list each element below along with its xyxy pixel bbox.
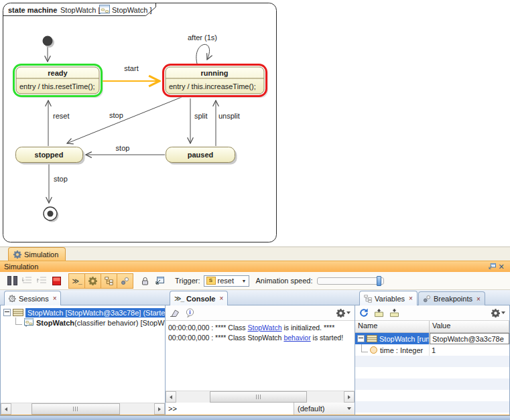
terminate-button[interactable] [49,274,64,288]
refresh-icon[interactable] [359,308,369,318]
session-child-row[interactable]: StopWatch(classifier behavior) [StopW [3,318,165,328]
variables-tree-icon [364,295,372,303]
console-input[interactable] [180,405,291,413]
trigger-label: Trigger: [175,277,200,285]
attribute-icon [370,346,377,354]
close-tab-icon[interactable]: × [409,295,413,302]
panel-titlebar: Simulation ✕ [0,261,510,272]
scroll-right-button[interactable] [154,403,165,415]
state-paused[interactable]: paused [166,147,237,165]
close-tab-icon[interactable]: × [476,295,481,303]
tab-breakpoints-label: Breakpoints [434,295,472,303]
variables-menu-button[interactable] [491,309,505,318]
state-running[interactable]: running entry / this.increaseTime(); [164,65,269,98]
variables-toolbar [355,305,509,321]
tab-variables-label: Variables [375,295,405,303]
sessions-hscrollbar[interactable] [1,403,165,415]
scrollbar-thumb[interactable] [210,391,307,403]
label-start[interactable]: start [124,64,138,72]
clear-console-icon[interactable] [170,309,180,317]
label-stop-to-final[interactable]: stop [54,175,68,183]
console-menu-button[interactable] [336,309,350,318]
tab-variables[interactable]: Variables × [359,291,418,305]
animation-speed-slider[interactable] [317,277,384,285]
tab-sessions[interactable]: Sessions × [4,291,61,305]
toggle-console-button[interactable]: ≫_ [68,273,85,289]
variables-tabs: Variables × Breakpoints × [355,290,510,305]
console-prompt-box[interactable]: >> [166,403,294,415]
close-panel-icon[interactable]: ✕ [497,263,506,271]
state-stopped-name: stopped [35,151,64,159]
expand-all-icon[interactable] [374,309,384,318]
variables-row-time[interactable]: time : Integer 1 [355,344,509,356]
label-stop-from-running[interactable]: stop [109,111,123,119]
variable-name: StopWatch [run... [379,335,430,343]
gear-icon [336,309,345,318]
classifier-behavior-icon [24,318,34,327]
console-link[interactable]: StopWatch [248,324,282,332]
tab-simulation[interactable]: Simulation [8,247,66,261]
close-tab-icon[interactable]: × [53,295,57,302]
console-context-dropdown[interactable]: (default) [294,403,355,415]
console-input-row: >> (default) [166,402,355,415]
scroll-left-button[interactable] [1,403,11,415]
slider-thumb[interactable] [377,276,381,286]
tree-collapse-icon[interactable] [3,309,11,316]
state-ready[interactable]: ready entry / this.resetTime(); [14,65,104,98]
session-child-name: StopWatch [36,319,74,327]
label-reset[interactable]: reset [53,112,69,120]
tab-console[interactable]: ≫_ Console × [170,291,228,305]
session-root-label[interactable]: StopWatch [StopWatch@3a3c78e] (Started [25,308,165,318]
state-running-name: running [201,69,229,77]
console-icon: ≫_ [72,277,81,285]
console-context-value: (default) [298,405,344,413]
variable-name: time : Integer [380,346,423,354]
variables-row-stopwatch[interactable]: StopWatch [run... StopWatch@3a3c78e [355,333,509,344]
console-hscrollbar[interactable] [166,391,355,403]
lock-button[interactable] [137,274,152,288]
open-in-diagram-button[interactable] [152,274,167,288]
trigger-dropdown[interactable]: S reset ▼ [204,275,249,287]
state-machine-diagram-canvas[interactable]: state machine StopWatch [ StopWatch ] st… [0,0,510,247]
collapse-all-icon[interactable] [389,309,399,318]
gear-icon [13,251,21,259]
tree-collapse-icon[interactable] [357,335,365,342]
breakpoints-icon [121,277,129,285]
console-icon: ≫_ [174,295,184,302]
variables-pane: Variables × Breakpoints × [355,290,510,415]
scroll-left-button[interactable] [166,391,176,403]
label-stop-from-paused[interactable]: stop [116,144,130,152]
frame-keyword: state machine [8,6,57,14]
close-tab-icon[interactable]: × [219,295,223,302]
console-link[interactable]: behavior [283,334,310,342]
panel-title: Simulation [4,263,487,271]
console-log[interactable]: 00:00:00,000 : **** Class StopWatch is i… [166,321,355,402]
frame-name-close: StopWatch ] [112,6,152,14]
object-instance-icon [367,334,377,343]
label-after-1s[interactable]: after (1s) [188,33,217,42]
variable-value[interactable]: 1 [430,344,509,356]
step-over-button-disabled[interactable] [34,274,49,288]
simulation-toolbar: ≫_ Trigger: S reset ▼ [0,272,510,290]
toggle-variables-button[interactable] [101,273,117,289]
float-panel-icon[interactable] [487,263,497,271]
scrollbar-thumb[interactable] [31,403,120,415]
tab-breakpoints[interactable]: Breakpoints × [418,291,485,305]
pause-button[interactable] [5,274,19,288]
toggle-breakpoints-button[interactable] [117,273,133,289]
state-machine-diagram-icon [100,5,110,13]
label-split[interactable]: split [194,112,208,120]
toggle-options-button[interactable] [84,273,101,289]
label-unsplit[interactable]: unsplit [218,112,240,120]
variables-tree-icon [105,277,113,285]
scroll-right-button[interactable] [344,391,355,403]
step-into-button-disabled[interactable] [19,274,34,288]
state-stopped[interactable]: stopped [16,147,85,165]
session-root-row[interactable]: StopWatch [StopWatch@3a3c78e] (Started [3,307,165,318]
tree-elbow-line [361,344,368,352]
sessions-tree: StopWatch [StopWatch@3a3c78e] (Started S… [1,305,165,415]
info-icon[interactable] [185,308,195,318]
variable-value[interactable]: StopWatch@3a3c78e [430,333,509,344]
console-pane: ≫_ Console × [166,290,355,415]
gear-icon [88,277,97,285]
